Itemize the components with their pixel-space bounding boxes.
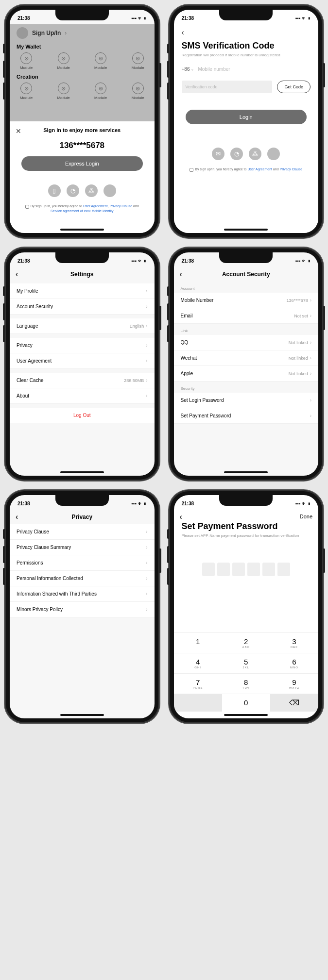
third-parties-row[interactable]: Information Shared with Third Parties› bbox=[10, 586, 155, 602]
permissions-row[interactable]: Permissions› bbox=[10, 555, 155, 571]
agree-checkbox[interactable] bbox=[190, 168, 193, 172]
wechat-row[interactable]: WechatNot linked› bbox=[174, 350, 319, 366]
chevron-down-icon: ⌄ bbox=[191, 67, 194, 71]
group-link: Link bbox=[174, 324, 319, 335]
key-6[interactable]: 6MNO bbox=[270, 653, 318, 673]
agree-checkbox[interactable] bbox=[25, 205, 29, 209]
key-1[interactable]: 1 bbox=[174, 632, 222, 653]
page-title: Privacy bbox=[71, 514, 92, 520]
status-time: 21:38 bbox=[182, 16, 194, 21]
chevron-right-icon: › bbox=[310, 340, 311, 345]
logout-button[interactable]: Log Out bbox=[10, 408, 155, 423]
service-agreement-link[interactable]: Service agreement of xxxx Mobile Identit… bbox=[51, 209, 114, 213]
sheet-title: Sign in to enjoy more services bbox=[17, 127, 147, 133]
key-backspace[interactable]: ⌫ bbox=[270, 694, 318, 712]
status-time: 21:38 bbox=[17, 258, 30, 264]
about-row[interactable]: About› bbox=[10, 388, 155, 404]
login-button[interactable]: Login bbox=[186, 110, 307, 124]
group-security: Security bbox=[174, 382, 319, 393]
phone-login-icon[interactable]: ▯ bbox=[48, 184, 61, 197]
privacy-summary-row[interactable]: Privacy Clause Summary› bbox=[10, 540, 155, 555]
qq-login-icon[interactable]: ◔ bbox=[67, 184, 79, 197]
wechat-login-icon[interactable]: ⁂ bbox=[249, 148, 261, 160]
my-profile-row[interactable]: My Profile› bbox=[10, 283, 155, 299]
chevron-right-icon: › bbox=[146, 378, 147, 383]
pin-input[interactable] bbox=[182, 563, 311, 576]
back-icon[interactable]: ‹ bbox=[16, 270, 18, 279]
chevron-right-icon: › bbox=[146, 304, 147, 309]
login-sheet: ✕ Sign in to enjoy more services 136****… bbox=[10, 121, 155, 233]
email-row[interactable]: EmailNot set› bbox=[174, 308, 319, 324]
close-icon[interactable]: ✕ bbox=[16, 127, 21, 135]
code-input[interactable]: Verification code bbox=[182, 81, 273, 93]
key-7[interactable]: 7PQRS bbox=[174, 673, 222, 694]
chevron-right-icon: › bbox=[310, 298, 311, 303]
personal-info-row[interactable]: Personal Information Collected› bbox=[10, 571, 155, 586]
back-icon[interactable]: ‹ bbox=[182, 28, 311, 37]
chevron-right-icon: › bbox=[146, 393, 147, 399]
language-row[interactable]: LanguageEnglish› bbox=[10, 318, 155, 334]
page-subtitle: Please set APP-Name payment password for… bbox=[182, 533, 311, 538]
status-icons: ▪▪▪ ᯤ ▮ bbox=[131, 501, 146, 506]
key-8[interactable]: 8TUV bbox=[222, 673, 270, 694]
status-icons: ▪▪▪ ᯤ ▮ bbox=[131, 16, 146, 21]
page-title: Set Payment Password bbox=[182, 521, 311, 532]
back-icon[interactable]: ‹ bbox=[180, 270, 182, 279]
chevron-right-icon: › bbox=[146, 591, 147, 597]
express-login-button[interactable]: Express Login bbox=[21, 156, 143, 171]
chevron-right-icon: › bbox=[310, 355, 311, 361]
apple-login-icon[interactable] bbox=[104, 184, 116, 197]
key-4[interactable]: 4GHI bbox=[174, 653, 222, 673]
clear-cache-row[interactable]: Clear Cache286.50MB› bbox=[10, 373, 155, 388]
agreement-text: By sign up/in, you hereby agree to User … bbox=[17, 204, 147, 214]
apple-row[interactable]: AppleNot linked› bbox=[174, 366, 319, 382]
chevron-right-icon: › bbox=[146, 576, 147, 581]
country-code-select[interactable]: +86 ⌄ bbox=[182, 66, 194, 72]
privacy-clause-link[interactable]: Privacy Clause bbox=[109, 204, 132, 208]
status-time: 21:38 bbox=[182, 258, 194, 264]
done-button[interactable]: Done bbox=[300, 514, 312, 519]
mobile-row[interactable]: Mobile Number136****678› bbox=[174, 293, 319, 308]
privacy-row[interactable]: Privacy› bbox=[10, 338, 155, 353]
wechat-login-icon[interactable]: ⁂ bbox=[85, 184, 98, 197]
chevron-right-icon: › bbox=[146, 343, 147, 348]
group-account: Account bbox=[174, 282, 319, 293]
back-icon[interactable]: ‹ bbox=[180, 513, 182, 521]
backspace-icon: ⌫ bbox=[289, 698, 299, 707]
qq-login-icon[interactable]: ◔ bbox=[230, 148, 243, 160]
login-password-row[interactable]: Set Login Password› bbox=[174, 393, 319, 408]
key-5[interactable]: 5JKL bbox=[222, 653, 270, 673]
key-0[interactable]: 0 bbox=[222, 694, 270, 712]
page-title: Settings bbox=[70, 271, 93, 278]
user-agreement-row[interactable]: User Agreement› bbox=[10, 353, 155, 369]
page-title: Account Security bbox=[222, 271, 270, 278]
status-time: 21:38 bbox=[182, 501, 194, 506]
status-icons: ▪▪▪ ᯤ ▮ bbox=[295, 16, 311, 21]
mobile-input[interactable]: Mobile number bbox=[198, 66, 311, 72]
apple-login-icon[interactable] bbox=[267, 148, 280, 160]
status-time: 21:38 bbox=[17, 16, 30, 21]
get-code-button[interactable]: Get Code bbox=[277, 81, 311, 93]
status-icons: ▪▪▪ ᯤ ▮ bbox=[295, 258, 311, 264]
privacy-clause-row[interactable]: Privacy Clause› bbox=[10, 524, 155, 540]
status-icons: ▪▪▪ ᯤ ▮ bbox=[131, 258, 146, 264]
agreement-text: By sign up/in, you hereby agree to User … bbox=[182, 167, 311, 172]
mail-login-icon[interactable]: ✉ bbox=[212, 148, 224, 160]
chevron-right-icon: › bbox=[146, 288, 147, 294]
page-subtitle: Registration will proceed if mobile numb… bbox=[182, 53, 311, 58]
qq-row[interactable]: QQNot linked› bbox=[174, 335, 319, 350]
back-icon[interactable]: ‹ bbox=[16, 513, 18, 521]
page-title: SMS Verification Code bbox=[182, 41, 311, 51]
user-agreement-link[interactable]: User Agreement bbox=[83, 204, 108, 208]
user-agreement-link[interactable]: User Agreement bbox=[247, 167, 272, 171]
payment-password-row[interactable]: Set Payment Password› bbox=[174, 408, 319, 424]
chevron-right-icon: › bbox=[310, 413, 311, 418]
masked-phone: 136****5678 bbox=[17, 141, 147, 150]
account-security-row[interactable]: Account Security› bbox=[10, 299, 155, 315]
key-3[interactable]: 3DEF bbox=[270, 632, 318, 653]
key-9[interactable]: 9WXYZ bbox=[270, 673, 318, 694]
chevron-right-icon: › bbox=[146, 358, 147, 364]
key-2[interactable]: 2ABC bbox=[222, 632, 270, 653]
privacy-clause-link[interactable]: Privacy Clause bbox=[280, 167, 303, 171]
minors-policy-row[interactable]: Minors Privacy Policy› bbox=[10, 602, 155, 617]
